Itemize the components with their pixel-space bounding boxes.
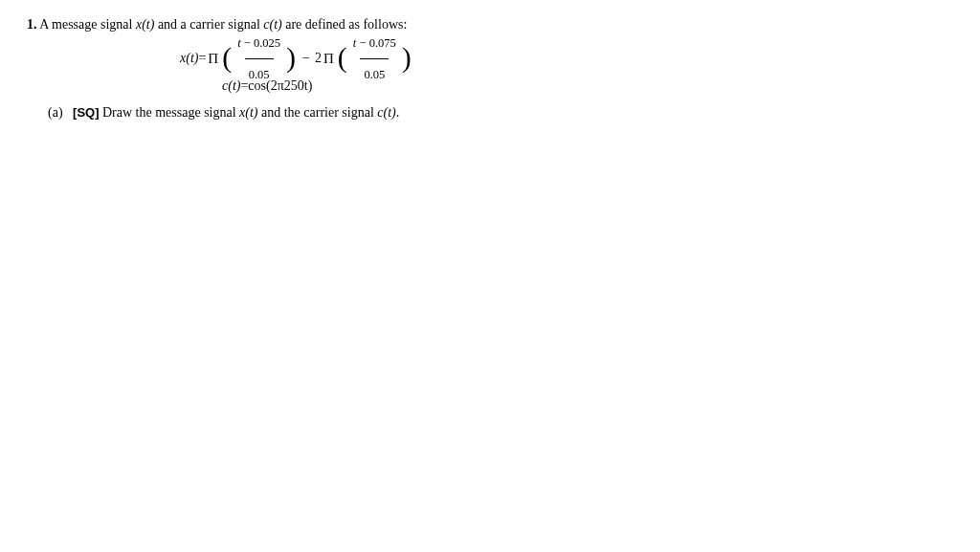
document-page: 1. A message signal x(t) and a carrier s… [0, 0, 980, 138]
eq2-rhs: cos(2π250t) [248, 70, 312, 102]
sq-tag: [SQ] [73, 105, 99, 120]
eq2-lhs: c(t) [222, 70, 240, 102]
subpart-text-pre: Draw the message signal [102, 105, 239, 120]
frac2-numerator: t − 0.075 [349, 29, 400, 58]
subpart-a: (a) [SQ] Draw the message signal x(t) an… [48, 105, 953, 121]
intro-x: x(t) [136, 17, 154, 32]
eq1-equals: = [198, 42, 206, 75]
problem-number: 1. [27, 17, 37, 32]
left-paren-icon: ( [222, 43, 232, 72]
paren-group-2: ( t − 0.075 0.05 ) [338, 29, 412, 89]
frac2-denominator: 0.05 [360, 58, 389, 89]
fraction-2: t − 0.075 0.05 [349, 29, 400, 89]
equation-block: x(t) = Π ( t − 0.025 0.05 ) − 2Π ( t − 0… [180, 42, 953, 98]
eq2-equals: = [240, 70, 248, 102]
eq1-lhs: x(t) [180, 42, 198, 75]
subpart-text-mid: and the carrier signal [258, 105, 378, 120]
problem-statement: 1. A message signal x(t) and a carrier s… [27, 17, 953, 33]
left-paren-icon: ( [338, 43, 347, 72]
pi-function-1: Π [208, 41, 218, 76]
subpart-text-post: . [396, 105, 400, 120]
pi-function-2: Π [323, 41, 334, 76]
equation-c: c(t) = cos(2π250t) [222, 75, 953, 98]
coef-2: 2 [315, 42, 322, 75]
frac1-numerator: t − 0.025 [234, 29, 284, 58]
subpart-x: x(t) [239, 105, 257, 120]
subpart-label: (a) [48, 105, 63, 120]
subpart-c: c(t) [377, 105, 395, 120]
intro-text-pre: A message signal [39, 17, 136, 32]
frac1-num-rest: − 0.025 [241, 36, 280, 50]
right-paren-icon: ) [286, 43, 296, 72]
right-paren-icon: ) [402, 43, 412, 72]
frac2-num-rest: − 0.075 [356, 36, 395, 50]
